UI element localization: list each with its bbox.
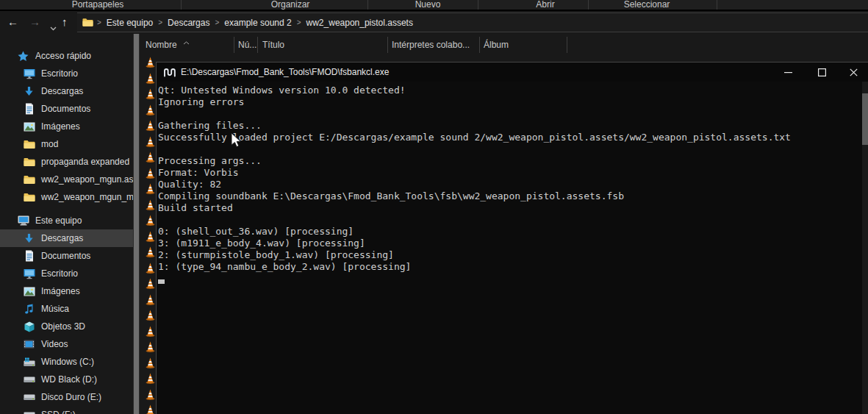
console-line: Gathering files... bbox=[158, 120, 859, 132]
sidebar-label: SSD (F:) bbox=[41, 410, 76, 414]
vlc-cone-icon[interactable] bbox=[146, 88, 155, 99]
column-separator[interactable] bbox=[387, 37, 388, 53]
sidebar-item-videos[interactable]: Videos bbox=[0, 335, 133, 353]
vlc-cone-icon[interactable] bbox=[146, 57, 155, 68]
sidebar-item-descargas[interactable]: Descargas bbox=[0, 82, 133, 100]
desktop-icon bbox=[23, 68, 35, 79]
quick-access-star-icon bbox=[17, 51, 29, 62]
vlc-cone-icon[interactable] bbox=[146, 357, 155, 368]
console-line: 1: (type_94_nambu_e_body_2.wav) [process… bbox=[158, 261, 859, 273]
vlc-cone-icon[interactable] bbox=[146, 199, 155, 210]
vlc-cone-icon[interactable] bbox=[146, 120, 155, 131]
breadcrumb-ww2-weapon-pistol-assets[interactable]: ww2_weapon_pistol.assets bbox=[304, 18, 416, 28]
history-chevron-down-icon[interactable] bbox=[50, 21, 57, 34]
ribbon-group-nuevo: Nuevo bbox=[415, 0, 441, 10]
back-button[interactable]: ← bbox=[7, 14, 18, 30]
mouse-cursor bbox=[231, 132, 242, 151]
sidebar-item-ssd-f[interactable]: SSD (F:) bbox=[0, 406, 133, 414]
sidebar-label: Documentos bbox=[41, 251, 90, 261]
console-scrollbar-thumb[interactable] bbox=[862, 93, 868, 145]
console-cursor bbox=[158, 279, 165, 284]
desktop-icon bbox=[23, 268, 35, 279]
video-icon bbox=[23, 340, 35, 349]
column-separator[interactable] bbox=[257, 37, 258, 53]
column-header-numero[interactable]: Nú... bbox=[238, 40, 257, 50]
vlc-cone-icon[interactable] bbox=[146, 278, 155, 289]
address-bar[interactable]: > Este equipo > Descargas > example soun… bbox=[77, 13, 868, 32]
vlc-cone-icon[interactable] bbox=[146, 389, 155, 400]
pictures-icon bbox=[23, 122, 35, 132]
sidebar-section-este-equipo[interactable]: Este equipo bbox=[0, 212, 133, 229]
folder-icon bbox=[23, 193, 35, 202]
column-header-titulo[interactable]: Título bbox=[262, 40, 284, 50]
vlc-cone-icon[interactable] bbox=[146, 104, 155, 115]
vlc-cone-icon[interactable] bbox=[146, 404, 155, 414]
ribbon-separator bbox=[588, 0, 589, 10]
vlc-cone-icon[interactable] bbox=[146, 373, 155, 384]
sidebar-item-escritorio[interactable]: Escritorio bbox=[0, 265, 133, 282]
vlc-cone-icon[interactable] bbox=[146, 263, 155, 274]
breadcrumb-descargas[interactable]: Descargas bbox=[165, 18, 212, 28]
console-line bbox=[158, 143, 859, 155]
sidebar-scrollbar-thumb[interactable] bbox=[134, 34, 139, 414]
drive-icon bbox=[23, 393, 35, 401]
sidebar-item-disco-duro-e[interactable]: Disco Duro (E:) bbox=[0, 388, 133, 406]
console-title-bar[interactable]: E:\Descargas\Fmod_Bank_Tools\FMOD\fsbank… bbox=[157, 63, 868, 82]
sidebar-item-propaganda-expanded[interactable]: propaganda expanded bbox=[0, 153, 133, 171]
sidebar-label: Descargas bbox=[41, 86, 83, 96]
sidebar-item-windows-c[interactable]: Windows (C:) bbox=[0, 353, 133, 371]
vlc-cone-icon[interactable] bbox=[146, 215, 155, 226]
folder-icon bbox=[23, 140, 35, 149]
cube-icon bbox=[23, 321, 35, 332]
breadcrumb-example-sound-2[interactable]: example sound 2 bbox=[221, 18, 294, 28]
sidebar-item-im-genes[interactable]: Imágenes bbox=[0, 118, 133, 135]
downloads-icon bbox=[23, 86, 35, 97]
sidebar-item-documentos[interactable]: Documentos bbox=[0, 100, 133, 118]
column-separator[interactable] bbox=[234, 37, 234, 53]
vlc-cone-icon[interactable] bbox=[146, 326, 155, 337]
column-header-nombre[interactable]: Nombre bbox=[146, 40, 177, 50]
column-header-album[interactable]: Álbum bbox=[484, 40, 509, 50]
close-button[interactable] bbox=[839, 63, 868, 82]
column-header-interpretes[interactable]: Intérpretes colabo... bbox=[392, 40, 470, 50]
vlc-cone-icon[interactable] bbox=[146, 246, 155, 257]
sidebar-label: mod bbox=[41, 139, 58, 149]
column-separator[interactable] bbox=[567, 37, 567, 53]
sidebar-item-m-sica[interactable]: Música bbox=[0, 300, 133, 318]
up-button[interactable]: ↑ bbox=[62, 14, 68, 30]
vlc-cone-icon[interactable] bbox=[146, 231, 155, 242]
vlc-cone-icon[interactable] bbox=[146, 294, 155, 305]
sidebar-item-wd-black-d[interactable]: WD Black (D:) bbox=[0, 371, 133, 388]
sidebar-item-ww2-weapon-mgun-mo[interactable]: ww2_weapon_mgun_mo bbox=[0, 188, 133, 206]
sidebar-item-mod[interactable]: mod bbox=[0, 135, 133, 153]
vlc-cone-icon[interactable] bbox=[146, 341, 155, 352]
sidebar-item-documentos[interactable]: Documentos bbox=[0, 247, 133, 265]
console-line: 3: (m1911_e_body_4.wav) [processing] bbox=[158, 238, 859, 249]
sidebar-item-escritorio[interactable]: Escritorio bbox=[0, 65, 133, 82]
sidebar-item-ww2-weapon-mgun-ass[interactable]: ww2_weapon_mgun.ass bbox=[0, 171, 133, 188]
document-icon bbox=[23, 103, 35, 115]
vlc-cone-icon[interactable] bbox=[146, 136, 155, 147]
vlc-cone-icon[interactable] bbox=[146, 310, 155, 321]
ribbon-separator bbox=[717, 0, 717, 10]
breadcrumb-este-equipo[interactable]: Este equipo bbox=[104, 18, 156, 28]
console-line: Processing args... bbox=[158, 155, 859, 167]
sidebar-item-objetos-3d[interactable]: Objetos 3D bbox=[0, 318, 133, 335]
minimize-button[interactable] bbox=[771, 63, 805, 82]
sidebar-label: Windows (C:) bbox=[41, 357, 94, 367]
ribbon-separator bbox=[478, 0, 478, 10]
sidebar-section-acceso-r-pido[interactable]: Acceso rápido bbox=[0, 47, 133, 65]
sidebar-label: Descargas bbox=[41, 233, 83, 243]
forward-button[interactable]: → bbox=[29, 14, 40, 30]
column-separator[interactable] bbox=[479, 37, 480, 53]
vlc-cone-icon[interactable] bbox=[146, 73, 155, 84]
vlc-cone-icon[interactable] bbox=[146, 183, 155, 194]
sidebar-item-im-genes[interactable]: Imágenes bbox=[0, 282, 133, 300]
drive-icon bbox=[23, 376, 35, 383]
vlc-cone-icon[interactable] bbox=[146, 151, 155, 163]
drive-icon bbox=[23, 411, 35, 414]
vlc-cone-icon[interactable] bbox=[146, 168, 155, 179]
breadcrumb-separator: > bbox=[156, 18, 165, 26]
sidebar-item-descargas[interactable]: Descargas bbox=[0, 229, 133, 247]
maximize-button[interactable] bbox=[805, 63, 839, 82]
